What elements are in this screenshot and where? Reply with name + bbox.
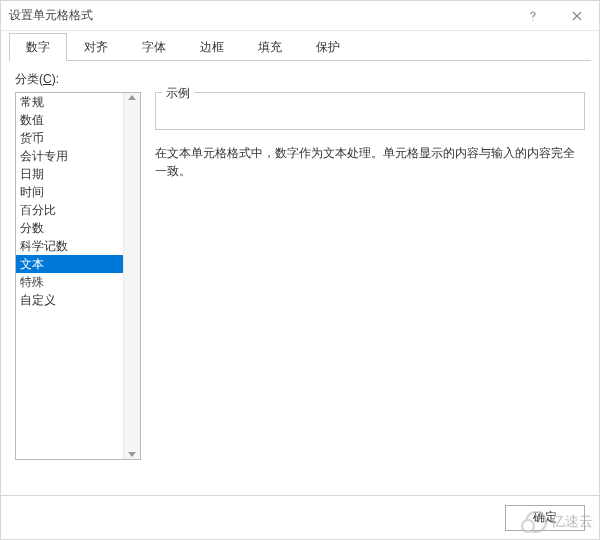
sample-label: 示例 xyxy=(162,85,194,102)
list-item[interactable]: 分数 xyxy=(16,219,123,237)
list-item[interactable]: 时间 xyxy=(16,183,123,201)
close-icon[interactable] xyxy=(555,1,599,31)
list-item[interactable]: 数值 xyxy=(16,111,123,129)
window-controls xyxy=(511,1,599,31)
list-item[interactable]: 文本 xyxy=(16,255,123,273)
tab-strip: 数字 对齐 字体 边框 填充 保护 xyxy=(1,31,599,61)
format-cells-dialog: 设置单元格格式 数字 对齐 字体 边框 填充 保护 分类(C): 常规 xyxy=(0,0,600,540)
detail-pane: 示例 在文本单元格格式中，数字作为文本处理。单元格显示的内容与输入的内容完全一致… xyxy=(155,92,585,485)
body-columns: 常规 数值 货币 会计专用 日期 时间 百分比 分数 科学记数 文本 特殊 自定… xyxy=(15,92,585,485)
tab-font[interactable]: 字体 xyxy=(125,33,183,61)
help-icon[interactable] xyxy=(511,1,555,31)
scroll-up-icon[interactable] xyxy=(128,95,136,100)
tab-label: 对齐 xyxy=(84,40,108,54)
tab-alignment[interactable]: 对齐 xyxy=(67,33,125,61)
tab-fill[interactable]: 填充 xyxy=(241,33,299,61)
tab-label: 保护 xyxy=(316,40,340,54)
sample-group: 示例 xyxy=(155,92,585,130)
category-list-items: 常规 数值 货币 会计专用 日期 时间 百分比 分数 科学记数 文本 特殊 自定… xyxy=(16,93,123,459)
list-item[interactable]: 特殊 xyxy=(16,273,123,291)
list-item[interactable]: 货币 xyxy=(16,129,123,147)
cloud-icon xyxy=(525,511,547,533)
list-item[interactable]: 常规 xyxy=(16,93,123,111)
tab-number[interactable]: 数字 xyxy=(9,33,67,61)
category-description: 在文本单元格格式中，数字作为文本处理。单元格显示的内容与输入的内容完全一致。 xyxy=(155,144,585,180)
dialog-body: 分类(C): 常规 数值 货币 会计专用 日期 时间 百分比 分数 科学记数 文… xyxy=(1,61,599,495)
tab-label: 边框 xyxy=(200,40,224,54)
watermark: 亿速云 xyxy=(525,511,593,533)
button-bar: 确定 xyxy=(1,495,599,539)
list-item[interactable]: 百分比 xyxy=(16,201,123,219)
scroll-down-icon[interactable] xyxy=(128,452,136,457)
list-item[interactable]: 日期 xyxy=(16,165,123,183)
tab-label: 填充 xyxy=(258,40,282,54)
tab-label: 数字 xyxy=(26,40,50,54)
category-listbox[interactable]: 常规 数值 货币 会计专用 日期 时间 百分比 分数 科学记数 文本 特殊 自定… xyxy=(15,92,141,460)
tab-label: 字体 xyxy=(142,40,166,54)
category-label: 分类(C): xyxy=(15,71,585,88)
watermark-text: 亿速云 xyxy=(551,513,593,531)
tab-protection[interactable]: 保护 xyxy=(299,33,357,61)
window-title: 设置单元格格式 xyxy=(9,7,511,24)
list-item[interactable]: 会计专用 xyxy=(16,147,123,165)
list-item[interactable]: 科学记数 xyxy=(16,237,123,255)
list-item[interactable]: 自定义 xyxy=(16,291,123,309)
tab-border[interactable]: 边框 xyxy=(183,33,241,61)
title-bar: 设置单元格格式 xyxy=(1,1,599,31)
listbox-scrollbar[interactable] xyxy=(123,93,140,459)
